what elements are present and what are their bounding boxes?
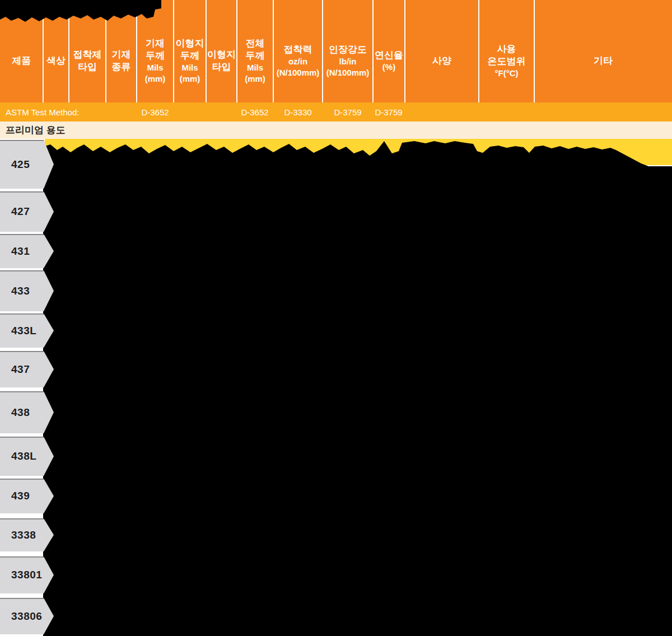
header-cell-specification: 사양 [405, 0, 479, 102]
product-row: 437 [0, 351, 54, 387]
product-row: 431 [0, 234, 54, 268]
header-label: Mils [247, 62, 263, 73]
header-label: (mm) [145, 73, 166, 85]
column-separator [173, 0, 174, 102]
product-row: 438L [0, 437, 54, 476]
header-label: Mils [181, 62, 198, 73]
header-label: (%) [382, 62, 395, 73]
header-cell-color: 색상 [43, 0, 69, 102]
product-number: 433L [11, 325, 36, 337]
product-number: 3338 [11, 529, 36, 541]
header-label: 두께 [246, 50, 265, 62]
column-separator [273, 0, 274, 102]
header-label: 전체 [246, 38, 265, 50]
product-number: 438L [11, 450, 36, 462]
header-label: 이형지 [207, 49, 236, 61]
column-separator [404, 0, 405, 102]
header-label: 기타 [594, 55, 613, 67]
astm-value-elongation: D-3759 [361, 102, 417, 121]
header-label: 종류 [112, 61, 131, 73]
section-row-premium: 프리미엄 용도 [0, 121, 672, 139]
product-number: 33801 [11, 569, 42, 581]
highlight-band [45, 139, 672, 165]
column-separator [322, 0, 323, 102]
product-number: 438 [11, 406, 30, 419]
header-label: 사용 [497, 43, 516, 55]
column-separator [478, 0, 479, 102]
header-label: 제품 [12, 55, 31, 67]
section-label: 프리미엄 용도 [6, 121, 66, 139]
column-separator [136, 0, 137, 102]
product-row: 33806 [0, 598, 54, 634]
header-cell-adhesion: 접착력 oz/in (N/100mm) [273, 0, 323, 102]
astm-row-label: ASTM Test Method: [6, 102, 79, 121]
column-separator [534, 0, 535, 102]
product-row: 438 [0, 391, 54, 433]
header-label: 접착제 [73, 49, 102, 61]
header-label: lb/in [339, 56, 357, 67]
header-label: 온도범위 [488, 55, 526, 68]
product-number: 431 [11, 245, 30, 258]
product-row: 433 [0, 270, 54, 311]
header-label: °F(°C) [495, 68, 519, 79]
product-number: 33806 [11, 610, 42, 623]
astm-value-backing-thickness: D-3652 [127, 102, 183, 121]
header-label: 두께 [146, 50, 165, 62]
header-label: 기재 [112, 49, 131, 61]
header-label: 두께 [180, 50, 199, 62]
header-label: Mils [147, 62, 163, 73]
column-separator [43, 0, 44, 102]
header-label: 타입 [212, 61, 231, 73]
header-cell-adhesive-type: 접착제 타입 [69, 0, 106, 102]
tape-datasheet-page: 제품 색상 접착제 타입 기재 종류 기재 두께 Mils (mm) 이형지 두… [0, 0, 672, 636]
header-label: oz/in [288, 56, 307, 67]
product-number: 437 [11, 363, 30, 376]
product-number: 439 [11, 490, 30, 502]
header-label: 인장강도 [329, 44, 367, 56]
product-row: 3338 [0, 518, 54, 551]
header-label: 타입 [78, 61, 97, 73]
product-number: 433 [11, 285, 30, 297]
product-row: 425 [0, 140, 54, 189]
header-cell-liner-type: 이형지 타입 [206, 0, 237, 102]
column-separator [372, 0, 374, 102]
table-header: 제품 색상 접착제 타입 기재 종류 기재 두께 Mils (mm) 이형지 두… [0, 0, 672, 102]
product-row: 427 [0, 191, 54, 232]
header-label: (mm) [180, 73, 200, 85]
header-label: (mm) [245, 73, 265, 85]
product-number: 427 [11, 205, 30, 218]
header-cell-total-thickness: 전체 두께 Mils (mm) [237, 0, 273, 102]
header-cell-elongation: 연신율 (%) [373, 0, 405, 102]
column-separator [68, 0, 69, 102]
column-separator [236, 0, 237, 102]
header-label: (N/100mm) [277, 67, 320, 78]
header-cell-backing-kind: 기재 종류 [106, 0, 137, 102]
header-label: 기재 [146, 38, 165, 50]
astm-value-adhesion: D-3330 [270, 102, 326, 121]
header-cell-temperature-range: 사용 온도범위 °F(°C) [479, 0, 534, 102]
header-label: (N/100mm) [326, 67, 370, 78]
header-label: 연신율 [375, 49, 403, 62]
column-separator [105, 0, 106, 102]
column-separator [206, 0, 207, 102]
header-cell-liner-thickness: 이형지 두께 Mils (mm) [174, 0, 206, 102]
header-label: 접착력 [284, 44, 312, 56]
header-label: 이형지 [176, 38, 204, 50]
product-row: 33801 [0, 556, 54, 593]
header-label: 사양 [432, 55, 451, 67]
product-number: 425 [11, 158, 30, 171]
product-row: 433L [0, 314, 54, 348]
header-label: 색상 [46, 55, 66, 67]
header-cell-product: 제품 [0, 0, 43, 102]
header-cell-tensile-strength: 인장강도 lb/in (N/100mm) [323, 0, 373, 102]
product-row: 439 [0, 479, 54, 513]
header-cell-other: 기타 [534, 0, 672, 102]
astm-method-row: ASTM Test Method: D-3652 D-3652 D-3330 D… [0, 102, 672, 121]
header-cell-backing-thickness: 기재 두께 Mils (mm) [137, 0, 174, 102]
